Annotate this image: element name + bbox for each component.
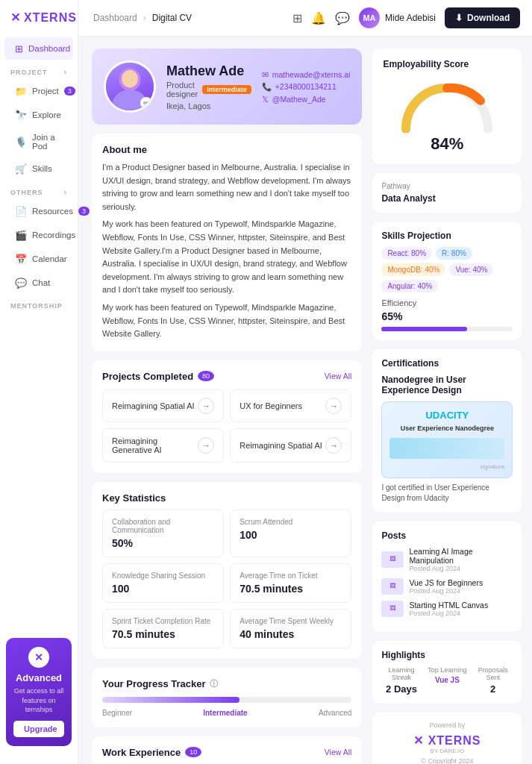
list-item: 🖼 Starting HTML Canvas Posted Aug 2024 (381, 601, 513, 617)
avatar: MA (359, 7, 380, 28)
upgrade-button[interactable]: Upgrade (13, 721, 64, 737)
cert-image: UDACITY User Experience Nanodegree signa… (381, 401, 513, 478)
avatar-edit-button[interactable]: ✏ (140, 97, 152, 109)
key-statistics-card: Key Statistics Collaboration and Communi… (92, 482, 362, 659)
highlight-value: 2 Days (381, 683, 421, 695)
resources-icon: 📄 (15, 205, 27, 217)
progress-bar-fill (102, 697, 240, 703)
post-title: Starting HTML Canvas (409, 601, 513, 610)
stats-grid: Collaboration and Communication 50% Scru… (102, 510, 351, 648)
contact-phone: 📞 +2348000134211 (262, 82, 351, 92)
twitter-icon: 𝕏 (262, 95, 269, 104)
contact-twitter: 𝕏 @Mathew_Ade (262, 95, 351, 104)
project-name: UX for Beginners (240, 401, 302, 410)
list-item[interactable]: UX for Beginners → (230, 389, 351, 422)
stat-item: Knowledge Sharing Session 100 (102, 563, 224, 603)
profile-location: Ikeja, Lagos (166, 101, 251, 110)
skills-projection-title: Skills Projection (381, 231, 513, 241)
posts-title: Posts (381, 530, 513, 541)
stat-label: Average Time on Ticket (240, 572, 342, 580)
powered-logo: ✕ XTERNS (381, 733, 513, 748)
download-button[interactable]: ⬇ Download (445, 7, 520, 28)
breadcrumb-sep: › (143, 13, 146, 23)
highlight-value: 2 (473, 683, 513, 695)
topbar-actions: ⊞ 🔔 💬 MA Mide Adebisi ⬇ Download (292, 7, 520, 28)
pathway-card: Pathway Data Analyst (372, 173, 522, 213)
recordings-icon: 🎬 (15, 229, 27, 241)
upgrade-desc: Get access to all features on ternships (13, 686, 64, 715)
skills-tags: React: 80% R: 80% MongoDB: 40% Vue: 40% … (381, 247, 513, 292)
sidebar-item-calendar[interactable]: 📅 Calendar (4, 248, 73, 270)
powered-logo-text: XTERNS (428, 734, 481, 747)
efficiency-bar (381, 327, 513, 331)
stat-item: Average Time Spent Weekly 40 minutes (230, 609, 351, 648)
profile-name: Mathew Ade (166, 63, 251, 79)
download-icon: ⬇ (455, 13, 463, 23)
phone-icon: 📞 (262, 82, 272, 92)
sidebar-item-join-pod[interactable]: 🎙️ Join a Pod (4, 128, 73, 156)
sidebar-item-chat[interactable]: 💬 Chat (4, 272, 73, 294)
left-column: ✏ Mathew Ade Product designer Intermedia… (92, 48, 362, 764)
sidebar-item-recordings[interactable]: 🎬 Recordings (4, 224, 73, 246)
user-avatar-area[interactable]: MA Mide Adebisi (359, 7, 436, 28)
highlight-item: Learning Streak 2 Days (381, 666, 421, 695)
work-view-all[interactable]: View All (325, 748, 352, 757)
key-statistics-title: Key Statistics (102, 492, 351, 504)
sidebar-item-skills[interactable]: 🛒 Skills (4, 157, 73, 180)
list-item[interactable]: Reimagining Spatial AI → (230, 428, 351, 463)
topbar: Dashboard › Digital CV ⊞ 🔔 💬 MA Mide Ade… (78, 0, 532, 37)
gauge-chart (398, 77, 495, 133)
stat-value: 100 (240, 529, 342, 541)
skill-tag: MongoDB: 40% (381, 263, 445, 276)
user-name: Mide Adebisi (385, 13, 436, 23)
sidebar-item-project[interactable]: 📁 Project 3 (4, 80, 73, 102)
project-badge: 3 (64, 87, 75, 96)
powered-label: Powered by (381, 721, 513, 729)
breadcrumb-home[interactable]: Dashboard (93, 13, 137, 23)
highlight-label: Top Learning (428, 666, 467, 674)
highlights-title: Highlights (381, 650, 513, 660)
sidebar: ✕ XTERNS ⊞ Dashboard PROJECT › 📁 Project… (0, 0, 78, 764)
post-date: Posted Aug 2024 (409, 610, 513, 617)
sidebar-item-label: Project (32, 87, 59, 96)
list-item[interactable]: Reimagining Spatial AI → (102, 389, 224, 422)
sidebar-item-label: Recordings (32, 231, 75, 239)
post-thumbnail: 🖼 (381, 601, 404, 617)
message-icon[interactable]: 💬 (335, 11, 350, 25)
projects-count-badge: 80 (198, 371, 214, 381)
highlight-item: Proposals Sent 2 (473, 666, 513, 695)
list-item[interactable]: Reimagining Generative AI → (102, 428, 224, 463)
project-arrow-icon: → (325, 437, 342, 454)
upgrade-title: Advanced (13, 672, 64, 683)
highlight-label: Proposals Sent (473, 666, 513, 681)
about-card: About me I'm a Product Designer based in… (92, 134, 362, 351)
stat-item: Average Time on Ticket 70.5 minutes (230, 563, 351, 603)
sidebar-item-label: Skills (32, 164, 52, 173)
bell-icon[interactable]: 🔔 (311, 11, 326, 25)
stat-item: Sprint Ticket Completion Rate 70.5 minut… (102, 609, 224, 648)
logo-x: ✕ (10, 10, 21, 25)
stat-value: 70.5 minutes (112, 628, 214, 640)
info-icon: ⓘ (210, 678, 218, 689)
projects-title-area: Projects Completed 80 (102, 371, 214, 382)
email-icon: ✉ (262, 70, 269, 79)
posts-card: Posts 🖼 Learning AI Image Manipulation P… (372, 522, 522, 632)
project-arrow-icon: → (198, 437, 214, 454)
projects-grid: Reimagining Spatial AI → UX for Beginner… (102, 389, 351, 463)
upgrade-box: ✕ Advanced Get access to all features on… (6, 638, 72, 746)
sidebar-item-resources[interactable]: 📄 Resources 3 (4, 200, 73, 222)
highlight-label: Learning Streak (381, 666, 421, 681)
projects-view-all[interactable]: View All (325, 372, 352, 381)
grid-icon[interactable]: ⊞ (292, 11, 302, 25)
sidebar-item-dashboard[interactable]: ⊞ Dashboard (4, 37, 73, 60)
stat-item: Collaboration and Communication 50% (102, 510, 224, 557)
progress-title-text: Your Progress Tracker (102, 678, 206, 689)
sidebar-item-explore[interactable]: 🔭 Explore (4, 104, 73, 126)
projects-card: Projects Completed 80 View All Reimagini… (92, 360, 362, 473)
phone-text: +2348000134211 (275, 82, 337, 91)
highlight-value: Vue JS (428, 676, 467, 684)
pathway-label: Pathway (381, 182, 513, 190)
project-arrow-icon: → (198, 398, 214, 414)
cert-description: I got certified in User Experience Desig… (381, 483, 513, 504)
post-date: Posted Aug 2024 (409, 565, 513, 572)
